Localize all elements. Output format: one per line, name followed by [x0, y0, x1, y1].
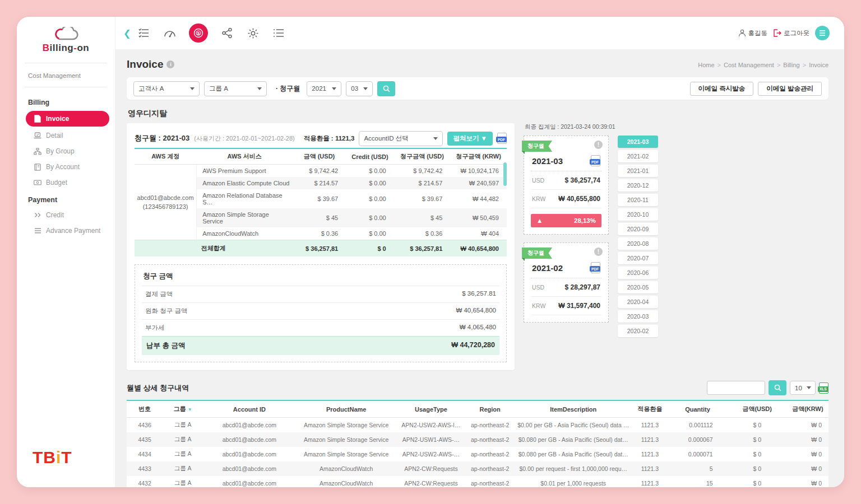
month-button-2021-02[interactable]: 2021-02 — [618, 150, 658, 162]
cell: 1121.3 — [632, 461, 668, 476]
month-button-2020-06[interactable]: 2020-06 — [618, 267, 658, 279]
breadcrumb-item[interactable]: Billing — [783, 62, 799, 68]
topbar: ❮ $ — [115, 17, 844, 49]
cell: $ 0 — [728, 418, 787, 433]
pdf-download-icon[interactable]: PDF — [591, 262, 600, 273]
sidebar-item-credit[interactable]: Credit — [17, 207, 115, 223]
pdf-download-icon[interactable]: PDF — [591, 155, 600, 166]
column-header[interactable]: ProductName — [296, 400, 397, 418]
month-button-2020-08[interactable]: 2020-08 — [618, 237, 658, 250]
cell: $0.00 per request - first 1,000,000 requ… — [515, 461, 632, 476]
month-button-2020-12[interactable]: 2020-12 — [618, 179, 658, 192]
collapse-sidebar-icon[interactable]: ❮ — [123, 28, 131, 39]
month-button-2020-11[interactable]: 2020-11 — [618, 194, 658, 206]
info-icon[interactable]: ! — [594, 248, 603, 256]
email-manage-button[interactable]: 이메일 발송관리 — [758, 82, 822, 96]
column-header[interactable]: ItemDescription — [515, 400, 632, 418]
cell: 0.000067 — [668, 432, 727, 447]
table-row: 4434그룹 Aabcd01@abcde.comAmazon Simple St… — [127, 447, 828, 461]
month-button-2020-04[interactable]: 2020-04 — [618, 296, 658, 308]
sidebar-item-advance-payment[interactable]: Advance Payment — [17, 223, 115, 239]
pdf-download-icon[interactable]: PDF — [497, 133, 507, 144]
search-button[interactable] — [377, 81, 395, 96]
sidebar-item-label: Invoice — [46, 115, 69, 123]
logout-button[interactable]: 로그아웃 — [773, 29, 809, 38]
cell: Amazon Simple Storage Service — [296, 418, 397, 433]
list-check-icon[interactable] — [137, 26, 151, 40]
detail-search-button[interactable] — [769, 380, 786, 395]
month-button-2020-05[interactable]: 2020-05 — [618, 281, 658, 293]
billing-target-icon[interactable]: $ — [189, 24, 208, 43]
column-header[interactable]: 그룹▼ — [163, 400, 203, 418]
menu-circle-icon[interactable] — [815, 26, 830, 40]
billing-amount-box: 청구 금액 결제 금액$ 36,257.81원화 청구 금액₩ 40,654,8… — [135, 264, 507, 362]
brand-logo[interactable]: Billing-on — [17, 17, 115, 59]
user-menu[interactable]: 홍길동 — [738, 29, 768, 38]
list-icon[interactable] — [272, 26, 285, 40]
month-button-2021-01[interactable]: 2021-01 — [618, 165, 658, 177]
logout-icon — [773, 29, 781, 37]
column-header[interactable]: 금액(KRW) — [787, 400, 828, 418]
sidebar-item-detail[interactable]: Detail — [17, 128, 115, 143]
share-icon[interactable] — [220, 26, 234, 40]
month-button-2021-03[interactable]: 2021-03 — [618, 136, 658, 148]
info-icon[interactable]: i — [166, 60, 174, 68]
month-button-2020-10[interactable]: 2020-10 — [618, 208, 658, 221]
column-header[interactable]: Region — [465, 400, 515, 418]
gear-icon[interactable] — [246, 26, 260, 40]
column-header[interactable]: Account ID — [203, 400, 295, 418]
cell: abcd01@abcde.com — [203, 418, 295, 433]
page-size-select[interactable]: 10 — [790, 381, 816, 395]
table-row: abcd01@abcde.com(123456789123)AWS Premiu… — [135, 165, 507, 178]
detail-search-input[interactable] — [707, 381, 765, 395]
cell: APN2-CW:Requests — [397, 476, 465, 487]
column-header[interactable]: 적용환율 — [632, 400, 668, 418]
cell: APN2-USW1-AWS-… — [397, 432, 465, 447]
xls-download-icon[interactable]: XLS — [819, 382, 828, 394]
sidebar-item-invoice[interactable]: Invoice — [26, 111, 109, 127]
table-row: 4432그룹 Aabcd01@abcde.comAmazonCloudWatch… — [127, 476, 828, 487]
breadcrumb-item[interactable]: Cost Management — [724, 62, 774, 68]
month-button-2020-07[interactable]: 2020-07 — [618, 252, 658, 264]
up-arrow-icon: ▲ — [536, 217, 543, 224]
info-icon[interactable]: ! — [594, 141, 603, 149]
email-send-now-button[interactable]: 이메일 즉시발송 — [690, 82, 754, 96]
month-button-2020-02[interactable]: 2020-02 — [618, 325, 658, 337]
month-select[interactable]: 03 — [346, 81, 373, 96]
billing-amount-title: 청구 금액 — [142, 270, 499, 286]
accountid-select[interactable]: AccountID 선택 — [359, 131, 443, 146]
search-icon — [383, 85, 390, 92]
sidebar-item-by-group[interactable]: By Group — [17, 143, 115, 159]
sidebar-item-by-account[interactable]: By Account — [17, 159, 115, 175]
billed-krw: ₩ 50,459 — [450, 208, 507, 227]
breadcrumb-item[interactable]: Home — [698, 62, 714, 68]
month-button-2020-03[interactable]: 2020-03 — [618, 310, 658, 323]
expand-button[interactable]: 펼쳐보기 ▼ — [447, 132, 493, 146]
total-value: $ 36,257,81 — [394, 240, 451, 257]
column-header[interactable]: 번호 — [127, 400, 163, 418]
column-header[interactable]: Quantity — [668, 400, 727, 418]
credit-usd: $ 0.00 — [346, 208, 394, 227]
column-header[interactable]: UsageType — [397, 400, 465, 418]
sidebar-item-budget[interactable]: Budget — [17, 175, 115, 190]
billing-month-label: · 청구월 — [276, 84, 300, 94]
cell: ap-northeast-2 — [465, 418, 515, 433]
cell: 그룹 A — [163, 447, 203, 461]
year-select[interactable]: 2021 — [307, 81, 341, 96]
column-header[interactable]: 금액(USD) — [728, 400, 787, 418]
gauge-icon[interactable] — [163, 26, 177, 40]
search-icon — [774, 384, 781, 391]
breadcrumb-item[interactable]: Invoice — [809, 62, 828, 68]
scrollbar-thumb[interactable] — [503, 162, 507, 186]
group-select[interactable]: 그룹 A — [204, 81, 267, 96]
billing-row-value: ₩ 40,654,800 — [456, 307, 496, 315]
credit-usd: $ 0.00 — [346, 189, 394, 208]
logo-text: Billing-on — [17, 43, 115, 54]
sort-desc-icon: ▼ — [188, 407, 192, 412]
customer-select[interactable]: 고객사 A — [133, 81, 200, 96]
ledger-icon — [34, 163, 41, 171]
chevron-down-icon — [433, 137, 438, 140]
cell: APN2-USW2-AWS-… — [397, 447, 465, 461]
cell: 4432 — [127, 476, 163, 487]
month-button-2020-09[interactable]: 2020-09 — [618, 223, 658, 235]
